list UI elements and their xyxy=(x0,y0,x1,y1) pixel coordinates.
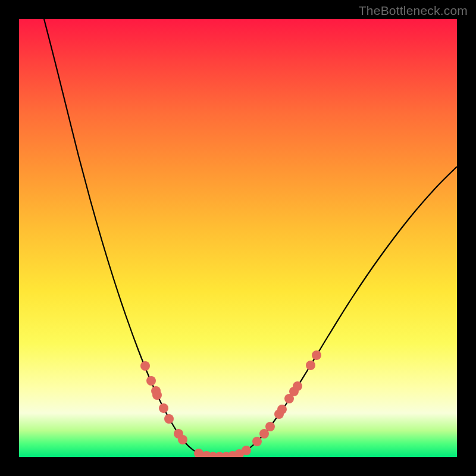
curve-marker xyxy=(312,350,321,360)
curve-markers xyxy=(140,350,321,457)
curve-path-group xyxy=(44,19,457,457)
chart-frame: TheBottleneck.com xyxy=(0,0,476,476)
curve-marker xyxy=(265,422,275,431)
curve-marker xyxy=(242,446,251,455)
curve-marker xyxy=(164,414,174,424)
curve-marker xyxy=(306,361,315,370)
curve-marker xyxy=(252,437,262,446)
curve-marker xyxy=(277,405,287,414)
chart-plot-area xyxy=(19,19,457,457)
curve-marker xyxy=(146,376,156,386)
curve-marker xyxy=(178,435,187,444)
curve-marker xyxy=(293,381,302,391)
watermark-text: TheBottleneck.com xyxy=(359,4,468,18)
curve-marker xyxy=(159,403,168,413)
chart-svg xyxy=(19,19,457,457)
curve-line xyxy=(44,19,457,457)
curve-marker xyxy=(140,361,150,371)
curve-marker xyxy=(152,390,162,400)
